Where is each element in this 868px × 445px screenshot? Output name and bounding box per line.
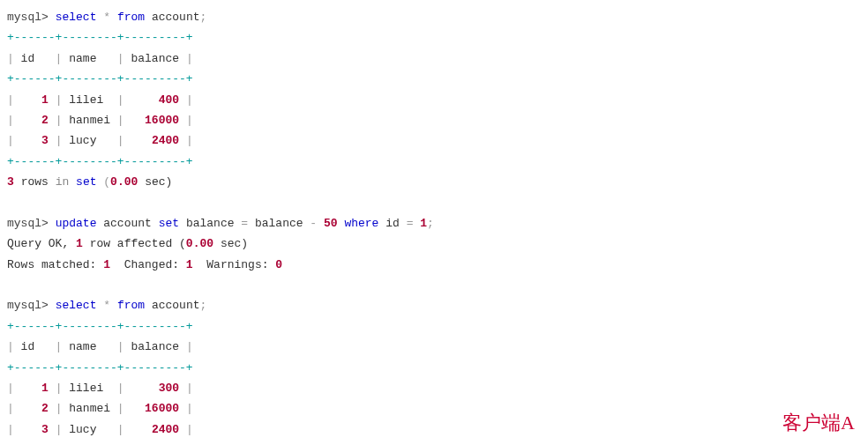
mysql-prompt: mysql> [7,299,49,312]
keyword-from: from [117,299,145,312]
cell-balance: 400 [159,93,179,107]
table-row: | 2 | hanmei | 16000 | [7,398,861,419]
cell-name: hanmei [69,114,110,127]
client-label: 客户端A [782,405,855,441]
table-border: +------+--------+---------+ [7,440,861,445]
cell-id: 1 [41,93,49,107]
table-header-row: | id | name | balance | [7,48,861,69]
cell-name: lucy [69,423,96,436]
cell-id: 1 [41,382,49,395]
result-line: Rows matched: 1 Changed: 1 Warnings: 0 [7,255,861,275]
warnings-count: 0 [275,258,282,271]
cell-id: 3 [41,134,49,147]
table-row: | 3 | lucy | 2400 | [7,130,861,151]
affected-count: 1 [76,237,83,250]
keyword-select: select [56,299,97,312]
col-id: id [21,340,35,353]
cell-name: lucy [69,134,96,147]
cell-balance: 16000 [145,114,179,127]
result-line: Query OK, 1 row affected (0.00 sec) [7,234,861,254]
query-line-1: mysql> select * from account; [7,7,861,27]
mysql-prompt: mysql> [7,11,49,24]
cell-name: hanmei [69,402,110,415]
cell-id: 2 [41,402,49,415]
col-name: name [69,340,96,353]
col-balance: balance [131,340,179,353]
keyword-where: where [344,217,378,230]
keyword-update: update [56,217,97,230]
table-row: | 1 | lilei | 400 | [7,90,861,110]
col-id: id [21,52,35,65]
query-line-3: mysql> select * from account; [7,295,861,315]
table-name: account [152,299,200,312]
cell-balance: 300 [159,382,179,395]
col-balance: balance [131,52,179,65]
cell-id: 2 [41,114,49,127]
cell-name: lilei [69,93,103,107]
status-line: 3 rows in set (0.00 sec) [7,172,861,192]
table-border: +------+--------+---------+ [7,358,861,378]
table-name: account [152,11,200,24]
changed-count: 1 [186,258,193,271]
table-row: | 3 | lucy | 2400 | [7,419,861,440]
table-name: account [103,217,152,230]
terminal-output: mysql> select * from account; +------+--… [7,7,861,445]
literal-50: 50 [324,217,338,230]
keyword-from: from [117,11,145,24]
elapsed-time: 0.00 [186,237,213,250]
row-count: 3 [7,175,14,189]
keyword-set: set [159,217,179,230]
elapsed-time: 0.00 [110,175,138,189]
cell-balance: 2400 [152,423,179,436]
keyword-select: select [56,11,97,24]
table-header-row: | id | name | balance | [7,337,861,357]
col-name: name [69,52,96,65]
mysql-prompt: mysql> [7,217,49,230]
cell-balance: 16000 [145,402,179,415]
matched-count: 1 [103,258,110,271]
table-border: +------+--------+---------+ [7,152,861,172]
col-id: id [385,217,400,230]
semicolon: ; [200,11,207,24]
table-border: +------+--------+---------+ [7,69,861,89]
blank-line [7,275,861,295]
cell-balance: 2400 [152,134,179,147]
table-border: +------+--------+---------+ [7,27,861,48]
cell-id: 3 [41,423,49,436]
star: * [103,299,110,312]
table-row: | 1 | lilei | 300 | [7,378,861,398]
star: * [103,11,110,24]
table-border: +------+--------+---------+ [7,316,861,337]
literal-1: 1 [420,217,427,230]
blank-line [7,193,861,213]
table-row: | 2 | hanmei | 16000 | [7,110,861,130]
cell-name: lilei [69,382,103,395]
col-balance: balance [186,217,235,230]
query-line-2: mysql> update account set balance = bala… [7,213,861,234]
